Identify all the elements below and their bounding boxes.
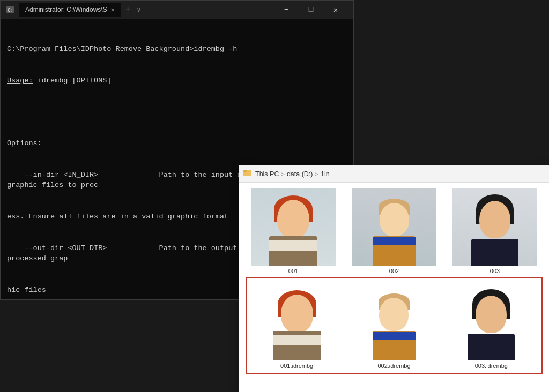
breadcrumb-item-3[interactable]: 1in	[321, 170, 330, 178]
breadcrumb-item-1[interactable]: This PC	[255, 170, 279, 178]
face-001-processed	[255, 283, 339, 360]
explorer-titlebar: This PC > data (D:) > 1in	[239, 165, 549, 183]
svg-rect-4	[243, 170, 247, 172]
photo-label-002-idrembg: 002.idrembg	[377, 363, 410, 369]
terminal-titlebar: C: Administrator: C:\Windows\S ✕ + ∨ − □…	[1, 1, 353, 19]
photo-label-001: 001	[288, 268, 298, 274]
terminal-icon: C:	[6, 5, 14, 14]
breadcrumb-sep-1: >	[281, 171, 284, 177]
term-line-1: C:\Program Files\IDPhoto Remove Backgrou…	[7, 44, 347, 55]
photo-item-002[interactable]: 002	[346, 188, 442, 274]
breadcrumb-item-2[interactable]: data (D:)	[287, 170, 313, 178]
term-line-4: Options:	[7, 138, 347, 149]
explorer-body: 001 002	[239, 183, 549, 392]
photo-item-002-idrembg[interactable]: 002.idrembg	[348, 283, 440, 369]
maximize-button[interactable]: □	[299, 1, 323, 19]
term-line-2: Usage: idrembg [OPTIONS]	[7, 76, 347, 86]
term-line-3	[7, 107, 347, 118]
face-001	[251, 188, 336, 266]
tab-label: Administrator: C:\Windows\S	[25, 6, 107, 13]
photo-frame-002	[352, 188, 436, 266]
photo-item-001-idrembg[interactable]: 001.idrembg	[251, 283, 343, 369]
face-003	[452, 188, 537, 266]
processed-photos-row: 001.idrembg 002.idrembg	[246, 277, 543, 374]
new-tab-button[interactable]: +	[123, 5, 133, 14]
tab-area: Administrator: C:\Windows\S ✕ + ∨	[19, 3, 270, 17]
tab-close-button[interactable]: ✕	[110, 7, 115, 13]
photo-frame-002-idrembg	[352, 283, 436, 360]
photo-label-003: 003	[490, 268, 500, 274]
face-003-processed	[449, 283, 533, 360]
original-photos-row: 001 002	[246, 188, 543, 274]
face-002-processed	[352, 283, 436, 360]
window-controls: − □ ✕	[274, 1, 348, 19]
photo-label-003-idrembg: 003.idrembg	[475, 363, 508, 369]
photo-frame-001	[251, 188, 336, 266]
svg-text:C:: C:	[8, 7, 13, 13]
explorer-window: This PC > data (D:) > 1in 001	[239, 165, 549, 392]
minimize-button[interactable]: −	[274, 1, 299, 19]
tab-dropdown-button[interactable]: ∨	[135, 6, 143, 14]
photo-frame-003-idrembg	[449, 283, 533, 360]
photo-item-003-idrembg[interactable]: 003.idrembg	[446, 283, 537, 369]
breadcrumb-sep-2: >	[315, 171, 318, 177]
photo-frame-001-idrembg	[255, 283, 339, 360]
close-button[interactable]: ✕	[323, 1, 348, 19]
folder-icon	[243, 169, 252, 179]
photo-item-003[interactable]: 003	[447, 188, 543, 274]
terminal-tab[interactable]: Administrator: C:\Windows\S ✕	[19, 3, 121, 17]
face-002	[352, 188, 436, 266]
breadcrumb: This PC > data (D:) > 1in	[255, 170, 545, 178]
photo-label-001-idrembg: 001.idrembg	[280, 363, 313, 369]
photo-frame-003	[452, 188, 537, 266]
photo-label-002: 002	[389, 268, 399, 274]
photo-item-001[interactable]: 001	[246, 188, 341, 274]
svg-rect-3	[243, 171, 251, 176]
